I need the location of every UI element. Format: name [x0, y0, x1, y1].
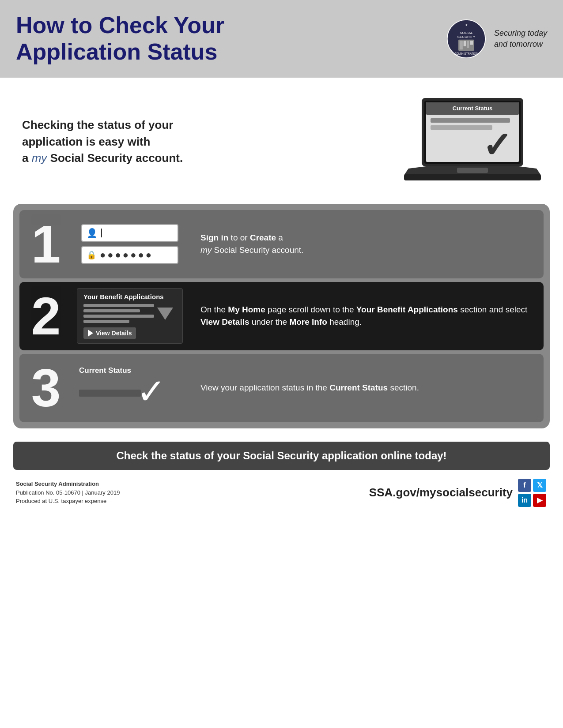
step-3-number: 3: [19, 361, 68, 414]
checkmark-icon: ✓: [136, 374, 166, 409]
footer-right: SSA.gov/mysocialsecurity f 𝕏 in ▶: [369, 479, 547, 507]
svg-rect-6: [467, 41, 469, 48]
step-1-description: Sign in to or Create a my Social Securit…: [192, 223, 544, 266]
view-details-label: View Details: [96, 330, 132, 337]
svg-text:★: ★: [465, 23, 468, 27]
benefit-line: [83, 309, 140, 312]
footer-org: Social Security Administration: [16, 480, 99, 487]
linkedin-icon[interactable]: in: [518, 494, 531, 507]
bottom-banner-text: Check the status of your Social Security…: [116, 450, 446, 462]
step-2-number: 2: [19, 289, 68, 342]
step-2: 2 Your Benefit Applications: [19, 282, 544, 350]
footer-pub: Publication No. 05-10670 | January 2019: [16, 489, 120, 496]
user-icon: 👤: [87, 228, 98, 238]
current-status-box: Current Status ✓: [79, 366, 181, 409]
step-3-visual: Current Status ✓: [68, 360, 192, 416]
benefit-line: [83, 304, 154, 307]
play-icon: [88, 330, 93, 337]
header-tagline: Securing today and tomorrow: [494, 28, 547, 50]
header-right: SOCIAL SECURITY ADMINISTRATION ★ Securin…: [446, 19, 547, 59]
lock-icon: 🔒: [87, 250, 96, 260]
benefit-line: [83, 315, 154, 318]
status-bar: [79, 390, 141, 397]
view-details-button[interactable]: View Details: [83, 327, 136, 339]
benefit-app-box: Your Benefit Applications Vi: [77, 288, 183, 344]
cs-with-check: ✓: [79, 379, 181, 409]
benefit-app-title: Your Benefit Applications: [83, 293, 176, 300]
svg-rect-15: [431, 118, 510, 123]
svg-rect-18: [404, 174, 541, 180]
step-1-visual: 👤 🔒 ●●●●●●●: [68, 218, 192, 270]
svg-text:SECURITY: SECURITY: [457, 35, 475, 39]
svg-text:✓: ✓: [482, 126, 512, 165]
password-dots: ●●●●●●●: [100, 249, 153, 261]
steps-container: 1 👤 🔒 ●●●●●●● Sign in to or Create a my …: [13, 204, 550, 428]
cursor: [101, 229, 102, 237]
ssa-logo-icon: SOCIAL SECURITY ADMINISTRATION ★: [446, 19, 486, 59]
step-1-number: 1: [19, 218, 68, 270]
benefit-lines-wrapper: [83, 304, 176, 323]
svg-rect-7: [470, 41, 473, 45]
intro-section: Checking the status of your application …: [0, 78, 563, 204]
svg-text:ADMINISTRATION: ADMINISTRATION: [454, 52, 478, 55]
step-2-description: On the My Home page scroll down to the Y…: [192, 295, 544, 338]
step-3-description: View your application status in the Curr…: [192, 373, 544, 403]
intro-text: Checking the status of your application …: [22, 117, 183, 167]
svg-text:SOCIAL: SOCIAL: [460, 31, 473, 35]
step-2-visual: Your Benefit Applications Vi: [68, 282, 192, 350]
twitter-icon[interactable]: 𝕏: [533, 479, 546, 492]
laptop-illustration: Current Status ✓: [404, 94, 541, 191]
youtube-icon[interactable]: ▶: [533, 494, 546, 507]
footer-left: Social Security Administration Publicati…: [16, 480, 120, 506]
social-icons: f 𝕏 in ▶: [518, 479, 547, 507]
benefit-lines: [83, 304, 154, 323]
header: How to Check Your Application Status SOC…: [0, 0, 563, 78]
arrow-col: [154, 308, 176, 320]
page-title: How to Check Your Application Status: [16, 12, 281, 65]
step-3: 3 Current Status ✓ View your application…: [19, 354, 544, 422]
footer-produced: Produced at U.S. taxpayer expense: [16, 498, 106, 504]
facebook-icon[interactable]: f: [518, 479, 531, 492]
laptop-icon: Current Status ✓: [404, 94, 541, 186]
login-form: 👤 🔒 ●●●●●●●: [81, 224, 178, 264]
benefit-line: [83, 320, 129, 323]
username-field: 👤: [81, 224, 178, 242]
svg-text:Current Status: Current Status: [453, 105, 492, 112]
svg-rect-19: [457, 168, 488, 173]
svg-rect-5: [464, 41, 466, 46]
bottom-banner: Check the status of your Social Security…: [13, 442, 550, 470]
password-field: 🔒 ●●●●●●●: [81, 246, 178, 264]
step-1: 1 👤 🔒 ●●●●●●● Sign in to or Create a my …: [19, 210, 544, 278]
down-arrow-icon: [157, 308, 173, 320]
footer: Social Security Administration Publicati…: [0, 470, 563, 516]
svg-rect-4: [460, 41, 463, 49]
footer-url: SSA.gov/mysocialsecurity: [369, 486, 513, 499]
